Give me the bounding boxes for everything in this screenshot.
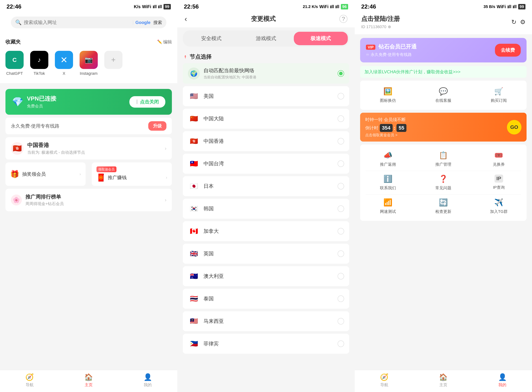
search-button[interactable]: 搜索	[153, 20, 162, 25]
nav-guide-1[interactable]: 🧭 导航	[0, 373, 59, 388]
node-kr[interactable]: 🇰🇷 韩国	[183, 199, 349, 219]
bookmark-add[interactable]: +	[104, 51, 123, 76]
region-card[interactable]: 🇭🇰 中国香港 当前为: 极速模式 - 自动选择节点 ›	[5, 137, 172, 159]
partner-bar[interactable]: 加入绿茶LVCHA伙伴推广计划，赚取佣金收益>>>	[360, 66, 527, 78]
profile-login-text[interactable]: 点击登陆/注册	[361, 15, 400, 23]
menu-faq[interactable]: ❓ 常见问题	[416, 171, 471, 194]
mode-header: ‹ 变更模式 ?	[177, 12, 355, 27]
status-icons-2: 21.2 K/s WiFi ᵻll ᵻll 96	[303, 4, 348, 9]
nav-profile-icon-1: 👤	[143, 373, 152, 381]
radio-ph[interactable]	[337, 341, 344, 347]
screen-mode: 22:56 21.2 K/s WiFi ᵻll ᵻll 96 ‹ 变更模式 ? …	[177, 0, 355, 392]
timer-banner[interactable]: 时钟一转 会员须不断 倒计时 354 : 55 点击领取黄金会员 > GO	[360, 113, 527, 142]
menu-row-2: ℹ️ 联系我们 ❓ 常见问题 IP IP查询	[360, 171, 527, 194]
nav-guide-icon-3: 🧭	[380, 373, 389, 381]
timer-sub[interactable]: 点击领取黄金会员 >	[365, 133, 406, 138]
back-button[interactable]: ‹	[185, 15, 187, 23]
radio-kr[interactable]	[337, 205, 344, 212]
vip-title: VIP 钻石会员已开通	[366, 43, 417, 51]
radio-my[interactable]	[337, 318, 344, 324]
settings-button[interactable]: ⚙	[520, 18, 525, 26]
bookmark-tiktok[interactable]: ♪ TikTok	[30, 51, 48, 76]
promo-text-earn: 推广赚钱	[108, 174, 127, 181]
node-list: 🌍 自动匹配当前最快网络 当前自动配置快地区为: 中国香港 🇺🇸 美国 �	[183, 63, 349, 354]
weekly-card[interactable]: 🌸 推广周排行榜单 周周得现金+钻石会员 ›	[5, 189, 172, 211]
radio-th[interactable]	[337, 295, 344, 302]
menu-faq-label: 常见问题	[435, 185, 451, 191]
node-ph[interactable]: 🇵🇭 菲律宾	[183, 334, 349, 354]
node-hk[interactable]: 🇭🇰 中国香港	[183, 131, 349, 151]
menu-ip[interactable]: IP IP查询	[471, 171, 527, 194]
tab-game[interactable]: 游戏模式	[239, 32, 293, 45]
node-auto[interactable]: 🌍 自动匹配当前最快网络 当前自动配置快地区为: 中国香港	[183, 63, 349, 84]
tab-turbo[interactable]: 极速模式	[294, 32, 348, 45]
region-flag: 🇭🇰	[11, 142, 24, 155]
action-avatar[interactable]: 🖼️ 图标换仿	[360, 84, 416, 107]
node-tw[interactable]: 🇹🇼 中国台湾	[183, 154, 349, 174]
nav-profile-icon-3: 👤	[498, 373, 507, 381]
promo-card-earn[interactable]: 领取迪会员 🧧 推广赚钱 ›	[92, 163, 172, 186]
nav-home-icon-3: 🏠	[439, 373, 447, 381]
quick-actions: 🖼️ 图标换仿 💬 在线客服 🛒 购买订阅	[360, 81, 527, 110]
radio-jp[interactable]	[337, 183, 344, 189]
radio-cn[interactable]	[337, 115, 344, 122]
search-bar[interactable]: 🔍 Google 搜索	[11, 17, 166, 28]
menu-telegram[interactable]: ✈️ 加入TG群	[471, 195, 527, 218]
edit-button[interactable]: ✏️ 编辑	[157, 39, 172, 45]
radio-au[interactable]	[337, 273, 344, 280]
vpn-icon: 💎	[12, 97, 23, 107]
node-ca[interactable]: 🇨🇦 加拿大	[183, 221, 349, 241]
node-jp[interactable]: 🇯🇵 日本	[183, 176, 349, 196]
upgrade-bar: 永久免费·使用专有线路 升级	[5, 118, 172, 134]
radio-us[interactable]	[337, 93, 344, 99]
speed-icon-2: 21.2 K/s	[303, 4, 318, 9]
bookmark-instagram[interactable]: 📷 Instagram	[80, 51, 98, 76]
menu-speed[interactable]: 📶 网速测试	[360, 195, 416, 218]
menu-update[interactable]: 🔄 检查更新	[416, 195, 471, 218]
tab-safe[interactable]: 安全模式	[184, 32, 238, 45]
node-th[interactable]: 🇹🇭 泰国	[183, 289, 349, 309]
google-brand: Google	[135, 20, 150, 25]
menu-promo-manage[interactable]: 📋 推广管理	[416, 147, 471, 171]
screen-profile: 22:46 35 B/s WiFi ᵻll ᵻll 99 点击登陆/注册 ID …	[355, 0, 532, 392]
bookmark-twitter[interactable]: ✕ X	[55, 51, 73, 76]
promo-card-lottery[interactable]: 🎁 抽奖领会员 ›	[5, 163, 86, 186]
upgrade-text: 永久免费·使用专有线路	[11, 123, 59, 129]
radio-tw[interactable]	[337, 160, 344, 167]
nav-profile-3[interactable]: 👤 我的	[473, 373, 532, 388]
contact-icon: ℹ️	[383, 175, 392, 183]
menu-exchange[interactable]: 🎟️ 兑换券	[471, 147, 527, 171]
upgrade-button[interactable]: 升级	[148, 121, 166, 131]
nav-profile-1[interactable]: 👤 我的	[118, 373, 177, 388]
action-purchase[interactable]: 🛒 购买订阅	[471, 84, 527, 107]
refresh-button[interactable]: ↻	[511, 18, 516, 26]
copy-icon[interactable]: ⊕	[388, 24, 391, 29]
toggle-line	[137, 100, 137, 104]
radio-gb[interactable]	[337, 250, 344, 257]
nav-guide-icon-1: 🧭	[25, 373, 34, 381]
menu-contact-label: 联系我们	[380, 185, 396, 191]
vpn-toggle-button[interactable]: 点击关闭	[129, 96, 165, 108]
node-cn[interactable]: 🇨🇳 中国大陆	[183, 109, 349, 129]
countdown-display: 354 : 55	[380, 124, 406, 132]
node-us[interactable]: 🇺🇸 美国	[183, 86, 349, 106]
radio-ca[interactable]	[337, 228, 344, 234]
menu-contact[interactable]: ℹ️ 联系我们	[360, 171, 416, 194]
node-gb[interactable]: 🇬🇧 英国	[183, 244, 349, 264]
go-button[interactable]: GO	[507, 120, 522, 135]
search-input[interactable]	[24, 20, 131, 25]
nav-home-3[interactable]: 🏠 主页	[414, 373, 473, 388]
nav-home-1[interactable]: 🏠 主页	[59, 373, 118, 388]
node-au[interactable]: 🇦🇺 澳大利亚	[183, 266, 349, 286]
menu-promo-return[interactable]: 📣 推广返佣	[360, 147, 416, 171]
radio-auto[interactable]	[337, 70, 344, 77]
info-button[interactable]: ?	[339, 15, 347, 23]
action-service[interactable]: 💬 在线客服	[416, 84, 471, 107]
radio-hk[interactable]	[337, 138, 344, 145]
vip-renew-button[interactable]: 去续费	[495, 44, 521, 57]
vpn-subtitle: 免费会员	[27, 103, 56, 109]
nav-guide-3[interactable]: 🧭 导航	[355, 373, 414, 388]
bookmark-chatgpt[interactable]: C ChatGPT	[5, 51, 24, 76]
node-my[interactable]: 🇲🇾 马来西亚	[183, 311, 349, 331]
promo-icon-earn: 🧧	[96, 173, 105, 182]
